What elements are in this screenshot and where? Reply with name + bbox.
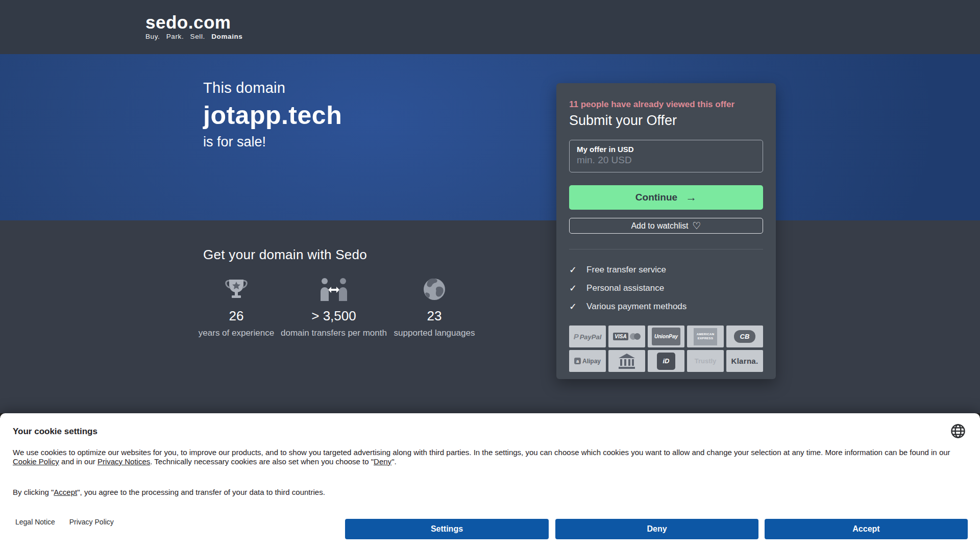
offer-panel: 11 people have already viewed this offer… [556, 83, 776, 379]
features-heading: Get your domain with Sedo [203, 247, 367, 263]
hero-headline: This domain jotapp.tech is for sale! [203, 80, 342, 150]
cookie-policy-link[interactable]: Cookie Policy [13, 457, 59, 466]
cookie-paragraph-1: We use cookies to optimize our websites … [13, 448, 957, 466]
legal-notice-link[interactable]: Legal Notice [15, 518, 55, 526]
payment-cartes-bancaires: CB [726, 325, 763, 347]
page: sedo.com Buy. Park. Sell. Domains This d… [0, 0, 980, 551]
check-icon: ✓ [569, 301, 577, 312]
globe-icon [363, 277, 506, 301]
continue-button[interactable]: Continue → [569, 185, 763, 210]
payment-ideal: iD [648, 350, 684, 372]
accept-button[interactable]: Accept [765, 519, 968, 539]
viewed-notice: 11 people have already viewed this offer [569, 99, 763, 110]
benefits-list: ✓ Free transfer service ✓ Personal assis… [569, 261, 763, 316]
header-bar: sedo.com Buy. Park. Sell. Domains [0, 0, 980, 54]
check-icon: ✓ [569, 264, 577, 276]
arrow-right-icon: → [685, 191, 697, 204]
stat-value: 23 [363, 308, 506, 324]
payment-klarna: Klarna. [726, 350, 763, 372]
payment-american-express: AMERICAN EXPRESS [687, 325, 724, 347]
payment-paypal: PPayPal [569, 325, 606, 347]
payment-methods-grid: PPayPal VISA UnionPay AMERICAN EXPRESS C… [569, 325, 763, 372]
divider [569, 249, 763, 249]
stat-label: supported languages [363, 328, 506, 338]
cookie-paragraph-2: By clicking "Accept", you agree to the p… [13, 488, 967, 496]
logo-tagline: Buy. Park. Sell. Domains [145, 33, 242, 40]
privacy-policy-link[interactable]: Privacy Policy [69, 518, 114, 526]
benefit-item: ✓ Personal assistance [569, 279, 763, 297]
offer-input[interactable] [577, 155, 755, 166]
payment-bank-transfer [608, 350, 645, 372]
logo-title: sedo.com [145, 13, 242, 31]
payment-unionpay: UnionPay [648, 325, 684, 347]
benefit-item: ✓ Various payment methods [569, 297, 763, 316]
settings-button[interactable]: Settings [345, 519, 549, 539]
heart-icon: ♡ [693, 221, 701, 231]
privacy-notices-link[interactable]: Privacy Notices [97, 457, 150, 466]
check-icon: ✓ [569, 283, 577, 294]
hero-section: This domain jotapp.tech is for sale! [0, 54, 980, 220]
paypal-icon: P [574, 332, 579, 341]
offer-input-label: My offer in USD [577, 145, 755, 154]
accept-inline-link[interactable]: Accept [54, 488, 77, 496]
cookie-banner: Your cookie settings We use cookies to o… [0, 413, 980, 551]
sedo-logo[interactable]: sedo.com Buy. Park. Sell. Domains [145, 13, 242, 40]
cookie-footer-links: Legal Notice Privacy Policy [15, 518, 126, 526]
hero-line3: is for sale! [203, 134, 342, 150]
payment-visa-mastercard: VISA [608, 325, 645, 347]
payment-alipay: a Alipay [569, 350, 606, 372]
hero-line1: This domain [203, 80, 342, 96]
deny-inline-link[interactable]: Deny [374, 457, 391, 466]
features-section: Get your domain with Sedo 26 years of ex… [0, 220, 980, 413]
bank-icon [618, 353, 635, 369]
benefit-item: ✓ Free transfer service [569, 261, 763, 279]
alipay-icon: a [574, 358, 581, 364]
payment-trustly: Trustly [687, 350, 724, 372]
stat-languages: 23 supported languages [363, 277, 506, 338]
offer-input-group[interactable]: My offer in USD [569, 140, 763, 172]
deny-button[interactable]: Deny [555, 519, 758, 539]
domain-name: jotapp.tech [203, 101, 342, 130]
language-globe-icon[interactable] [950, 423, 966, 439]
add-to-watchlist-button[interactable]: Add to watchlist ♡ [569, 218, 763, 234]
offer-title: Submit your Offer [569, 113, 763, 129]
cookie-title: Your cookie settings [13, 427, 967, 437]
